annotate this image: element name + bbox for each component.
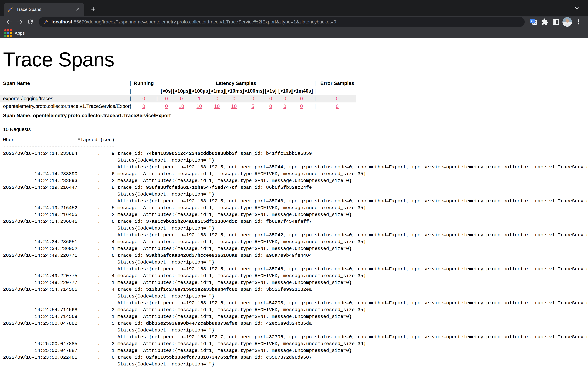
plus-icon <box>91 7 96 12</box>
span-status-line: Status{Code=Unset, description=""} <box>3 191 588 198</box>
profile-avatar[interactable] <box>562 17 572 27</box>
span-start-line: 2022/09/16-14:25:00.047882 . 5 trace_id:… <box>3 320 588 327</box>
address-bar[interactable]: localhost:55679/debug/tracez?zspanname=o… <box>39 17 525 27</box>
span-start-line: 2022/09/16-14:24:49.220771 . 6 trace_id:… <box>3 252 588 259</box>
bucket-count-link[interactable]: 0 <box>269 96 272 101</box>
bucket-count-link-cell: 1 <box>190 96 208 101</box>
chevron-down-icon <box>574 5 580 11</box>
bucket-count-link[interactable]: 10 <box>179 103 184 109</box>
url-host: localhost <box>51 19 72 25</box>
error-count-link-cell: 0 <box>319 96 356 101</box>
bucket-count-link[interactable]: 0 <box>284 96 286 101</box>
bucket-count-link[interactable]: 10 <box>231 103 237 109</box>
span-event-line: 14:24:49.220775 . 4 message Attributes:{… <box>3 273 588 279</box>
span-start-line: 2022/09/16-14:24:19.216447 . 8 trace_id:… <box>3 184 588 191</box>
column-separator: | <box>154 81 160 86</box>
tracez-page: Trace Spans Span Name | Running | Latenc… <box>0 48 588 367</box>
table-row: opentelemetry.proto.collector.trace.v1.T… <box>0 102 356 110</box>
bucket-count-link-cell: 10 <box>225 103 243 109</box>
bookmark-apps[interactable]: Apps <box>4 29 25 37</box>
bucket-count-link-cell: 0 <box>278 103 291 109</box>
latency-samples-header: Latency Samples <box>160 81 312 86</box>
bucket-count-link-cell: 10 <box>190 103 208 109</box>
bucket-label: [>100µs] <box>190 88 208 94</box>
span-event-line: 14:24:14.233890 . 6 message Attributes:{… <box>3 171 588 177</box>
bucket-count-link[interactable]: 0 <box>300 103 303 109</box>
span-event-line: 14:24:14.233893 . 2 message Attributes:{… <box>3 177 588 184</box>
translate-button[interactable]: 文 G <box>529 17 538 27</box>
error-count-link-cell: 0 <box>319 103 356 109</box>
span-status-line: Status{Code=Unset, description=""} <box>3 327 588 334</box>
bucket-count-link[interactable]: 5 <box>251 103 254 109</box>
side-panel-button[interactable] <box>551 17 561 27</box>
url-path: :55679/debug/tracez?zspanname=openteleme… <box>72 19 336 25</box>
bucket-count-link-cell: 0 <box>225 96 243 101</box>
span-event-line: 14:25:00.047885 . 3 message Attributes:{… <box>3 341 588 347</box>
column-separator: | <box>154 88 160 94</box>
bucket-count-link[interactable]: 0 <box>165 96 168 101</box>
span-event-line: 14:24:19.216452 . 5 message Attributes:{… <box>3 205 588 211</box>
span-event-line: 14:24:19.216455 . 2 message Attributes:{… <box>3 211 588 218</box>
bucket-count-link[interactable]: 1 <box>198 96 201 101</box>
span-status-line: Status{Code=Unset, description=""} <box>3 225 588 232</box>
puzzle-icon <box>541 18 549 26</box>
column-separator: | <box>312 103 319 109</box>
span-status-line: Status{Code=Unset, description=""} <box>3 361 588 367</box>
bucket-label: [>1m40s] <box>291 88 312 94</box>
tab-strip: Trace Spans <box>0 0 588 16</box>
request-count: 10 Requests <box>3 127 588 132</box>
bucket-count-link[interactable]: 0 <box>216 96 218 101</box>
new-tab-button[interactable] <box>88 4 98 14</box>
bucket-count-link[interactable]: 0 <box>165 103 168 109</box>
bookmark-apps-label: Apps <box>15 31 25 36</box>
column-separator: | <box>312 81 319 86</box>
table-row: exporter/logging/traces|0|001000000|0 <box>0 95 356 102</box>
error-count-link[interactable]: 0 <box>336 103 338 109</box>
bucket-count-link[interactable]: 10 <box>214 103 220 109</box>
table-header-row: Span Name | Running | Latency Samples | … <box>0 80 356 87</box>
forward-button[interactable] <box>15 17 24 26</box>
bucket-count-link-cell: 0 <box>263 103 278 109</box>
tab-close-icon[interactable] <box>75 6 81 12</box>
column-separator: | <box>312 96 319 101</box>
telescope-favicon-icon <box>43 19 49 25</box>
tab-search-button[interactable] <box>573 4 581 12</box>
apps-grid-icon <box>4 29 12 37</box>
span-status-line: Status{Code=Unset, description=""} <box>3 259 588 266</box>
span-attributes-line: Attributes:{net.peer.ip=192.168.192.5, n… <box>3 164 588 171</box>
tab-title: Trace Spans <box>16 7 75 12</box>
bucket-count-link[interactable]: 0 <box>251 96 254 101</box>
span-name-cell: opentelemetry.proto.collector.trace.v1.T… <box>0 103 127 109</box>
span-status-line: Status{Code=Unset, description=""} <box>3 293 588 300</box>
reload-button[interactable] <box>26 17 35 26</box>
bucket-label: [>10ms] <box>225 88 243 94</box>
running-header: Running <box>134 81 154 86</box>
running-count-link-cell: 0 <box>134 103 154 109</box>
bucket-count-link[interactable]: 0 <box>300 96 303 101</box>
bucket-count-link-cell: 0 <box>278 96 291 101</box>
error-count-link[interactable]: 0 <box>336 96 338 101</box>
bucket-count-link-cell: 10 <box>208 103 225 109</box>
running-count-link[interactable]: 0 <box>142 103 145 109</box>
browser-toolbar: localhost:55679/debug/tracez?zspanname=o… <box>0 16 588 28</box>
bucket-count-link-cell: 0 <box>291 103 312 109</box>
bucket-count-link-cell: 0 <box>208 96 225 101</box>
browser-menu-button[interactable] <box>574 17 583 27</box>
running-count-link[interactable]: 0 <box>142 96 145 101</box>
browser-tab[interactable]: Trace Spans <box>4 3 84 16</box>
extensions-button[interactable] <box>540 17 550 27</box>
side-panel-icon <box>552 18 560 26</box>
log-divider: --------------------------------------- <box>3 143 588 150</box>
bucket-count-link[interactable]: 0 <box>233 96 235 101</box>
bucket-label: [>0s] <box>160 88 173 94</box>
bucket-count-link[interactable]: 10 <box>197 103 202 109</box>
bucket-count-link[interactable]: 0 <box>284 103 286 109</box>
back-button[interactable] <box>5 17 14 26</box>
bucket-count-link[interactable]: 0 <box>269 103 272 109</box>
bucket-count-link[interactable]: 0 <box>180 96 183 101</box>
back-arrow-icon <box>6 18 13 25</box>
column-separator: | <box>127 96 134 101</box>
ztable-rows: exporter/logging/traces|0|001000000|0ope… <box>0 95 588 110</box>
bucket-label: [>1s] <box>263 88 278 94</box>
span-event-line: 14:25:00.047887 . 1 message Attributes:{… <box>3 347 588 354</box>
